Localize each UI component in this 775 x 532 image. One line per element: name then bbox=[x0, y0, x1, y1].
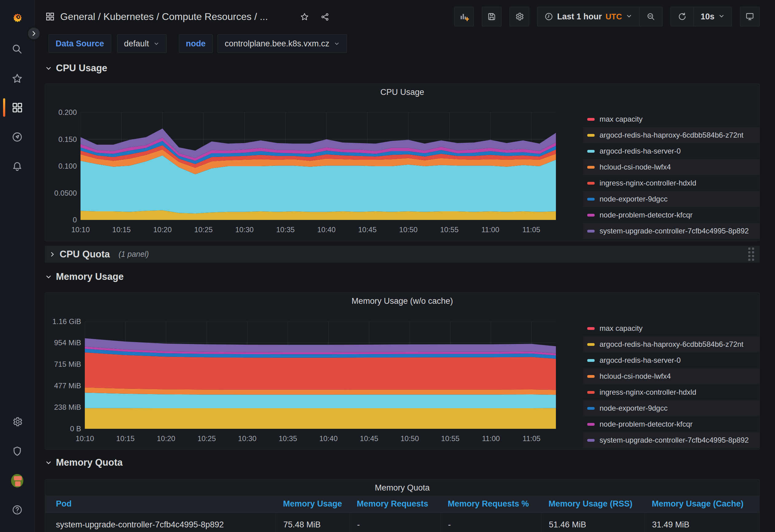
legend-swatch bbox=[587, 423, 595, 426]
configuration-gear-icon[interactable] bbox=[11, 416, 23, 428]
breadcrumb[interactable]: General / Kubernetes / Compute Resources… bbox=[60, 11, 268, 22]
datasource-select[interactable]: default bbox=[117, 34, 166, 53]
dashboards-icon[interactable] bbox=[11, 101, 23, 114]
legend-item[interactable]: hcloud-csi-node-lwfx4 bbox=[583, 368, 760, 384]
table-row[interactable]: system-upgrade-controller-7cfb4c4995-8p8… bbox=[45, 513, 759, 532]
legend-label: max capacity bbox=[600, 115, 643, 123]
cpu-plot-area[interactable] bbox=[80, 112, 556, 220]
x-axis-tick: 10:35 bbox=[273, 434, 303, 443]
legend-item[interactable]: max capacity bbox=[583, 320, 760, 336]
chevron-down-icon bbox=[626, 13, 632, 21]
x-axis-tick: 11:05 bbox=[517, 434, 546, 443]
time-range-picker[interactable]: Last 1 hour UTC bbox=[538, 7, 639, 26]
legend-swatch bbox=[587, 118, 595, 121]
star-dashboard-icon[interactable] bbox=[300, 12, 309, 22]
dashboard-variables: Data Source default node controlplane.be… bbox=[35, 34, 347, 53]
user-avatar[interactable] bbox=[11, 475, 23, 487]
legend-item[interactable]: node-exporter-9dgcc bbox=[583, 191, 760, 207]
drag-handle-icon[interactable] bbox=[748, 248, 754, 261]
refresh-button[interactable] bbox=[671, 7, 694, 26]
table-cell: 75.48 MiB bbox=[276, 513, 349, 532]
cycle-view-mode-button[interactable] bbox=[740, 7, 760, 26]
share-dashboard-icon[interactable] bbox=[320, 12, 330, 22]
explore-compass-icon[interactable] bbox=[11, 131, 23, 143]
sidebar-expand-button[interactable] bbox=[27, 26, 41, 41]
chevron-down-icon bbox=[334, 41, 340, 47]
section-title: Memory Usage bbox=[56, 271, 124, 282]
legend-item[interactable]: argocd-redis-ha-server-0 bbox=[583, 143, 760, 159]
server-admin-shield-icon[interactable] bbox=[11, 445, 23, 457]
table-column-header[interactable]: Pod bbox=[45, 499, 276, 509]
sidebar bbox=[0, 0, 35, 532]
chevron-down-icon bbox=[153, 41, 159, 47]
section-cpu-quota[interactable]: CPU Quota (1 panel) bbox=[45, 246, 760, 263]
panel-title[interactable]: Memory Usage (w/o cache) bbox=[45, 296, 759, 306]
refresh-interval-label: 10s bbox=[701, 12, 714, 22]
node-label: node bbox=[179, 34, 213, 53]
legend-swatch bbox=[587, 359, 595, 362]
legend-item[interactable]: system-upgrade-controller-7cfb4c4995-8p8… bbox=[583, 432, 760, 448]
table-column-header[interactable]: Memory Requests bbox=[349, 499, 440, 509]
cpu-legend: max capacityargocd-redis-ha-haproxy-6cdb… bbox=[583, 111, 760, 239]
legend-label: node-exporter-9dgcc bbox=[600, 404, 667, 413]
legend-swatch bbox=[587, 150, 595, 153]
legend-item[interactable]: ingress-nginx-controller-hdxld bbox=[583, 175, 760, 191]
legend-swatch bbox=[587, 327, 595, 330]
legend-item[interactable]: node-problem-detector-kfcqr bbox=[583, 416, 760, 432]
node-value: controlplane.bee.k8s.vxm.cz bbox=[225, 39, 329, 49]
table-cell: system-upgrade-controller-7cfb4c4995-8p8… bbox=[45, 513, 276, 532]
legend-label: node-problem-detector-kfcqr bbox=[600, 211, 693, 219]
y-axis-tick: 0.0500 bbox=[45, 189, 77, 198]
legend-item[interactable]: system-upgrade-controller-7cfb4c4995-8p8… bbox=[583, 223, 760, 239]
y-axis-tick: 0.200 bbox=[45, 108, 77, 117]
panel-title[interactable]: Memory Quota bbox=[45, 483, 759, 493]
legend-item[interactable]: max capacity bbox=[583, 111, 760, 127]
legend-item[interactable]: ingress-nginx-controller-hdxld bbox=[583, 384, 760, 400]
table-column-header[interactable]: Memory Usage bbox=[276, 499, 349, 509]
x-axis-tick: 10:30 bbox=[229, 225, 259, 234]
section-memory-usage[interactable]: Memory Usage bbox=[45, 269, 124, 285]
refresh-interval-picker[interactable]: 10s bbox=[694, 7, 732, 26]
legend-item[interactable]: argocd-redis-ha-haproxy-6cdbb584b6-z72nt bbox=[583, 127, 760, 143]
legend-item[interactable]: argocd-redis-ha-haproxy-6cdbb584b6-z72nt bbox=[583, 336, 760, 352]
alerting-bell-icon[interactable] bbox=[11, 160, 23, 173]
section-memory-quota[interactable]: Memory Quota bbox=[45, 455, 123, 471]
dashboard-apps-icon bbox=[45, 12, 55, 22]
legend-label: argocd-redis-ha-server-0 bbox=[600, 147, 681, 155]
search-icon[interactable] bbox=[11, 43, 23, 55]
grafana-logo-icon[interactable] bbox=[11, 11, 23, 24]
time-range-group: Last 1 hour UTC bbox=[537, 7, 663, 26]
section-title: Memory Quota bbox=[56, 457, 123, 468]
series-area bbox=[85, 408, 556, 429]
add-panel-button[interactable] bbox=[454, 7, 474, 26]
dashboard-settings-button[interactable] bbox=[510, 7, 529, 26]
datasource-label: Data Source bbox=[49, 34, 111, 53]
help-icon[interactable] bbox=[11, 504, 23, 516]
node-select[interactable]: controlplane.bee.k8s.vxm.cz bbox=[217, 34, 347, 53]
table-column-header[interactable]: Memory Usage (Cache) bbox=[644, 499, 760, 509]
x-axis-tick: 10:25 bbox=[189, 225, 218, 234]
legend-swatch bbox=[587, 343, 595, 346]
x-axis-tick: 10:15 bbox=[111, 434, 140, 443]
panel-title[interactable]: CPU Usage bbox=[45, 88, 759, 97]
legend-item[interactable]: argocd-redis-ha-server-0 bbox=[583, 352, 760, 368]
timezone-label: UTC bbox=[606, 12, 622, 22]
legend-item[interactable]: node-problem-detector-kfcqr bbox=[583, 207, 760, 223]
zoom-out-time-button[interactable] bbox=[639, 7, 662, 26]
legend-item[interactable]: hcloud-csi-node-lwfx4 bbox=[583, 159, 760, 175]
x-axis-tick: 10:45 bbox=[353, 225, 382, 234]
x-axis-tick: 10:35 bbox=[271, 225, 300, 234]
y-axis-tick: 0.100 bbox=[45, 162, 77, 171]
x-axis-tick: 10:20 bbox=[148, 225, 177, 234]
x-axis-tick: 10:40 bbox=[314, 434, 343, 443]
starred-dashboards-icon[interactable] bbox=[11, 72, 23, 85]
save-dashboard-button[interactable] bbox=[482, 7, 502, 26]
section-cpu-usage[interactable]: CPU Usage bbox=[45, 60, 107, 76]
legend-item[interactable]: node-exporter-9dgcc bbox=[583, 400, 760, 416]
panel-count: (1 panel) bbox=[119, 250, 149, 259]
table-column-header[interactable]: Memory Usage (RSS) bbox=[541, 499, 644, 509]
legend-swatch bbox=[587, 166, 595, 169]
chevron-down-icon bbox=[45, 459, 52, 466]
table-column-header[interactable]: Memory Requests % bbox=[440, 499, 541, 509]
mem-plot-area[interactable] bbox=[85, 322, 556, 429]
